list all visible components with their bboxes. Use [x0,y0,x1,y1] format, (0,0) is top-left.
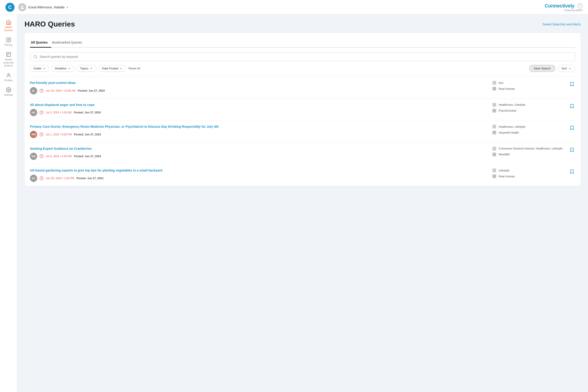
query-item-q2: All about displaced anger and how to cop… [30,98,575,120]
sidebar-item-settings[interactable]: Settings [0,85,17,98]
query-item-q3: Primary Care Doctor, Emergency Room Medi… [30,120,575,142]
outlet-row: Real Homes [492,87,515,91]
logo[interactable]: C [6,3,14,12]
query-right: Healthcare, Lifestyle Verywell Health [492,124,565,134]
posted-text: Posted: Jun 27, 2024 [74,155,101,158]
svg-rect-31 [495,127,496,128]
sort-button[interactable]: Sort [558,65,575,72]
bookmark-button[interactable] [568,124,575,132]
deadline-text: Jul 3, 2024 • 1:00 AM [46,111,72,114]
query-item-q5: US-based gardening experts to give top t… [30,164,575,186]
sidebar-item-pitches[interactable]: Pitches [0,35,17,48]
query-title[interactable]: Pet-friendly pest-control ideas [30,81,489,85]
bookmark-button[interactable] [568,168,575,176]
bookmark-button[interactable] [568,81,575,88]
posted-text: Posted: Jun 27, 2024 [74,111,101,114]
query-title[interactable]: All about displaced anger and how to cop… [30,103,489,107]
query-meta: KM Jul 5, 2024 • 4:30 PM Posted: Jun 27,… [30,153,489,160]
query-avatar: HG [30,109,37,116]
outlet-value: Real Homes [498,175,515,178]
deadline-filter[interactable]: Deadline [52,65,74,72]
brand-sub: Featuring HARO [564,9,582,12]
sidebar-item-label: SavedSearches& Alerts [3,58,14,67]
bookmark-button[interactable] [568,146,575,154]
topics-value: Healthcare, Lifestyle [498,103,526,106]
avatar [18,3,26,11]
query-main: US-based gardening experts to give top t… [30,168,489,182]
saved-searches-link[interactable]: Saved Searches and Alerts [542,22,581,26]
topics-row: Healthcare, Lifestyle [492,124,526,128]
query-meta: ES Jun 28, 2024 • 1:00 PM Posted: Jun 27… [30,175,489,182]
sidebar-item-label: Pitches [4,44,12,46]
deadline-icon [40,154,44,158]
deadline-icon [40,110,44,114]
query-right: Lifestyle Real Homes [492,168,565,178]
main-content: HARO Queries Saved Searches and Alerts A… [17,14,588,392]
outlet-filter[interactable]: Outlet [30,65,49,72]
query-meta: PH Jul 1, 2024 • 5:00 PM Posted: Jun 27,… [30,131,489,138]
deadline-icon [40,176,44,180]
search-bar-row [30,52,575,61]
date-posted-filter[interactable]: Date Posted [99,65,126,72]
page-title: HARO Queries [24,20,75,28]
query-item-q4: Seeking Expert Guidance on Cranberries K… [30,142,575,164]
query-avatar: ES [30,175,37,182]
svg-rect-9 [495,81,496,82]
brand-section: Connectively ? Featuring HARO [545,3,582,12]
search-icon [33,55,38,59]
svg-rect-10 [493,83,494,84]
deadline-text: Jun 28, 2024 • 1:00 PM [46,177,74,180]
deadline-icon [40,89,44,93]
svg-rect-42 [493,153,496,156]
query-title[interactable]: Seeking Expert Guidance on Cranberries [30,146,489,151]
svg-rect-40 [493,149,494,150]
svg-rect-38 [493,147,494,148]
sidebar-item-profiles[interactable]: Profiles [0,70,17,84]
svg-line-6 [36,58,37,58]
topics-filter[interactable]: Topics [77,65,96,72]
topics-value: Lifestyle [498,169,510,172]
sidebar-item-label: HAROQueries [4,26,13,32]
brand-name: Connectively [545,3,574,9]
query-right: Consumer General Interest, Healthcare, L… [492,146,565,156]
topics-icon [492,168,496,172]
svg-point-0 [21,6,23,7]
query-meta: EL Jun 28, 2024 • 10:00 AM Posted: Jun 2… [30,87,489,94]
page-header: HARO Queries Saved Searches and Alerts [24,20,581,28]
tab-bookmarked-queries[interactable]: Bookmarked Queries [51,38,86,48]
user-menu[interactable]: Good Afternoon, Natalia ▾ [18,3,68,11]
deadline-icon [40,132,44,136]
query-title[interactable]: US-based gardening experts to give top t… [30,168,489,173]
sidebar-item-saved-searches[interactable]: SavedSearches& Alerts [0,50,17,70]
sidebar-item-label: Profiles [4,79,13,82]
topics-row: Lifestyle [492,168,510,172]
svg-rect-39 [495,147,496,148]
topics-row: N/A [492,81,504,85]
outlet-icon [492,109,496,113]
deadline-text: Jul 1, 2024 • 5:00 PM [46,133,72,136]
help-icon[interactable]: ? [578,4,582,8]
svg-rect-19 [495,103,496,104]
topics-row: Healthcare, Lifestyle [492,103,526,107]
search-bar [30,52,575,61]
sidebar-item-haro-queries[interactable]: HAROQueries [0,17,17,34]
query-title[interactable]: Primary Care Doctor, Emergency Room Medi… [30,124,489,129]
reset-all-button[interactable]: Reset All [128,67,140,70]
svg-rect-48 [493,169,494,170]
greeting-text: Good Afternoon, Natalia [28,5,64,9]
save-search-button[interactable]: Save Search [529,65,555,72]
deadline-text: Jun 28, 2024 • 10:00 AM [46,89,76,92]
queries-container: All Queries Bookmarked Queries Outlet De… [24,33,581,186]
outlet-icon [492,174,496,178]
svg-rect-28 [493,125,494,126]
topics-row: Consumer General Interest, Healthcare, L… [492,146,562,151]
search-input[interactable] [40,55,572,58]
topics-value: Healthcare, Lifestyle [498,125,526,128]
sidebar: HAROQueries Pitches SavedSearches& Alert… [0,14,17,392]
bookmark-button[interactable] [568,103,575,110]
query-main: All about displaced anger and how to cop… [30,103,489,116]
topics-value: Consumer General Interest, Healthcare, L… [498,147,562,150]
svg-rect-11 [495,83,496,84]
tab-all-queries[interactable]: All Queries [30,38,51,48]
outlet-icon [492,130,496,134]
